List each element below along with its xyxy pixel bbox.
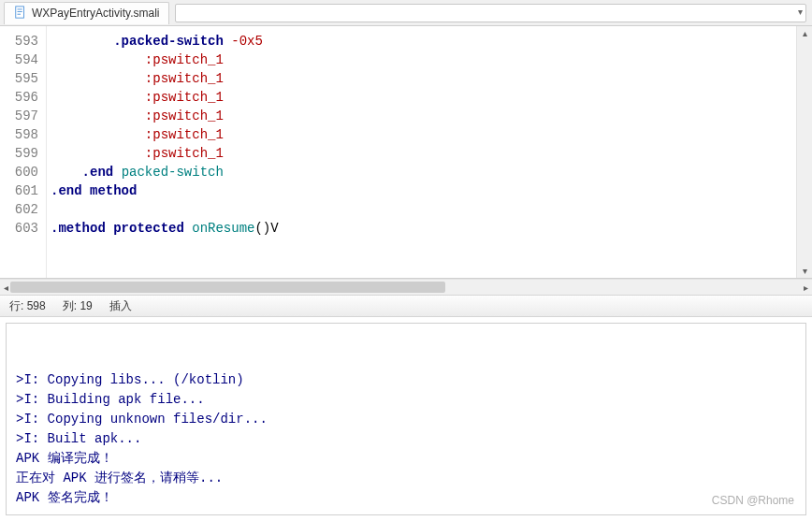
scroll-left-icon[interactable]: ◂	[4, 282, 8, 293]
scroll-up-icon[interactable]: ▴	[803, 28, 807, 38]
dropdown-icon[interactable]: ▾	[798, 7, 803, 17]
scroll-down-icon[interactable]: ▾	[803, 266, 807, 276]
code-editor[interactable]: 593594595596597598599600601602603 .packe…	[0, 26, 812, 279]
file-tab[interactable]: WXPayEntryActivity.smali	[4, 2, 169, 24]
file-tab-label: WXPayEntryActivity.smali	[32, 7, 159, 20]
svg-rect-1	[18, 8, 22, 9]
status-col: 列: 19	[63, 298, 93, 314]
status-bar: 行: 598 列: 19 插入	[0, 295, 812, 317]
status-row: 行: 598	[9, 298, 46, 314]
line-gutter: 593594595596597598599600601602603	[0, 26, 47, 278]
code-area[interactable]: .packed-switch -0x5 :pswitch_1 :pswitch_…	[47, 26, 796, 278]
status-mode: 插入	[109, 298, 132, 314]
build-output-console[interactable]: >I: Copying libs... (/kotlin)>I: Buildin…	[6, 323, 806, 515]
watermark-text: CSDN @Rhome	[712, 492, 794, 509]
horizontal-scrollbar[interactable]: ◂ ▸	[0, 279, 812, 295]
scroll-right-icon[interactable]: ▸	[804, 282, 808, 293]
hscroll-track[interactable]	[10, 280, 802, 295]
tab-bar: WXPayEntryActivity.smali ▾	[0, 0, 812, 26]
hscroll-thumb[interactable]	[10, 282, 445, 293]
svg-rect-2	[18, 11, 22, 12]
svg-rect-3	[18, 13, 22, 14]
smali-file-icon	[14, 6, 27, 22]
search-box-wrap: ▾	[175, 4, 806, 22]
search-input[interactable]	[175, 4, 806, 22]
vertical-scrollbar[interactable]: ▴ ▾	[796, 26, 812, 278]
